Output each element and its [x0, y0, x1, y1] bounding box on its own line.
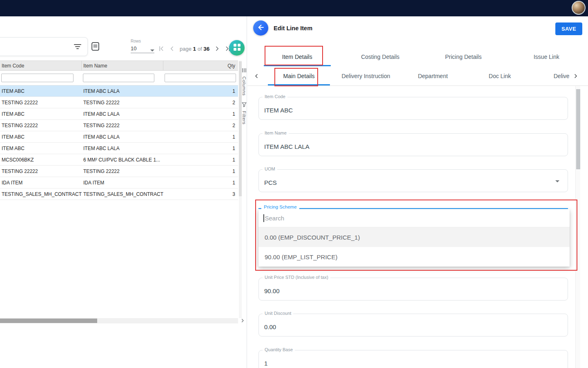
tabs-scroll-right-icon[interactable]: [569, 66, 582, 85]
tab-label: Pricing Details: [445, 54, 481, 60]
table-row[interactable]: ITEM ABC ITEM ABC LALA 1: [0, 85, 238, 97]
subtab-main-details[interactable]: Main Details: [265, 66, 332, 85]
tab-label: Issue Link: [534, 54, 559, 60]
cell-item-name: TESTING 22222: [82, 123, 163, 128]
column-header-qty[interactable]: Qty: [163, 61, 238, 70]
filter-input-item-name[interactable]: [83, 74, 154, 82]
cell-qty: 3: [163, 191, 238, 197]
scroll-right-arrow-icon[interactable]: [239, 317, 246, 324]
tab-issue-link[interactable]: Issue Link: [505, 47, 588, 66]
search-placeholder: Search: [265, 215, 285, 222]
subtab-department[interactable]: Department: [399, 66, 466, 85]
item-name-label: Item Name: [263, 130, 289, 135]
cell-item-name: TESTING_SALES_MH_CONTRACT: [82, 191, 163, 197]
total-pages-number: 36: [203, 46, 209, 52]
cell-item-name: ITEM ABC LALA: [82, 111, 163, 117]
cell-qty: 2: [163, 100, 238, 105]
item-name-field[interactable]: Item Name ITEM ABC LALA: [258, 133, 568, 156]
pricing-option[interactable]: 90.00 (EMP_LIST_PRICE): [258, 247, 570, 267]
horizontal-scrollbar-thumb[interactable]: [0, 319, 97, 323]
quantity-base-field[interactable]: Quantity Base 1: [258, 350, 568, 368]
cell-qty: 1: [163, 168, 238, 174]
filters-panel-toggle[interactable]: Filters: [241, 101, 247, 124]
table-row[interactable]: ITEM ABC ITEM ABC LALA 1: [0, 108, 238, 120]
tab-label: Main Details: [283, 73, 314, 79]
cell-qty: 1: [163, 157, 238, 163]
filter-input-qty[interactable]: [165, 74, 236, 82]
quick-search-box[interactable]: [0, 37, 88, 56]
table-row[interactable]: MCSC006BKZ 6 MM² CU/PVC BLACK CABLE 1...…: [0, 154, 238, 166]
columns-panel-toggle[interactable]: Columns: [241, 67, 247, 96]
filter-list-icon[interactable]: [74, 43, 82, 50]
form-scrollbar-thumb[interactable]: [576, 89, 580, 169]
cell-item-code: TESTING 22222: [0, 123, 82, 128]
cell-item-code: ITEM ABC: [0, 134, 82, 140]
apps-grid-icon: [234, 44, 241, 52]
current-page-number: 1: [193, 46, 196, 52]
subtab-doc-link[interactable]: Doc Link: [466, 66, 533, 85]
tab-label: Costing Details: [361, 54, 399, 60]
text-cursor: [263, 214, 264, 222]
table-row[interactable]: ITEM ABC ITEM ABC LALA 1: [0, 131, 238, 143]
cell-item-name: ITEM ABC LALA: [82, 88, 163, 94]
filter-input-item-code[interactable]: [1, 74, 74, 82]
cell-qty: 1: [163, 88, 238, 94]
chevron-down-icon: [150, 49, 154, 52]
table-row[interactable]: TESTING 22222 TESTING 22222 2: [0, 120, 238, 131]
previous-page-button[interactable]: [167, 43, 176, 54]
form-vertical-scrollbar[interactable]: [575, 86, 580, 368]
rows-per-page-select[interactable]: 10: [131, 45, 154, 53]
back-button[interactable]: [253, 20, 268, 36]
vertical-scrollbar[interactable]: [239, 61, 242, 318]
document-list-icon[interactable]: [91, 42, 100, 53]
table-row[interactable]: TESTING_SALES_MH_CONTRACT TESTING_SALES_…: [0, 188, 238, 200]
table-row[interactable]: TESTING 22222 TESTING 22222 1: [0, 166, 238, 177]
cell-item-code: TESTING 22222: [0, 100, 82, 105]
item-code-field[interactable]: Item Code ITEM ABC: [258, 97, 568, 120]
cell-item-name: TESTING 22222: [82, 100, 163, 105]
subtab-delivery-instruction[interactable]: Delivery Instruction: [332, 66, 399, 85]
save-button[interactable]: SAVE: [555, 22, 582, 35]
pricing-scheme-label: Pricing Scheme: [261, 204, 299, 209]
tab-label: Department: [418, 73, 448, 79]
tab-label: Doc Link: [489, 73, 511, 79]
edit-line-item-panel: Edit Line Item SAVE Item Details Costing…: [247, 16, 588, 368]
unit-price-std-field[interactable]: Unit Price STD (Inclusive of tax) 90.00: [258, 278, 568, 301]
column-filter-row: [0, 71, 238, 85]
item-code-value: ITEM ABC: [264, 107, 293, 114]
horizontal-scrollbar[interactable]: [0, 318, 238, 323]
filters-toggle-label: Filters: [242, 111, 247, 124]
user-avatar[interactable]: [572, 1, 586, 15]
next-page-button[interactable]: [213, 43, 222, 54]
column-header-item-name[interactable]: Item Name: [82, 61, 163, 70]
cell-item-code: IDA ITEM: [0, 180, 82, 186]
pricing-option[interactable]: 0.00 (EMP_DISCOUNT_PRICE_1): [258, 227, 570, 247]
chevron-down-icon: [555, 180, 559, 182]
tab-pricing-details[interactable]: Pricing Details: [422, 47, 505, 66]
tab-costing-details[interactable]: Costing Details: [339, 47, 422, 66]
pricing-options: 0.00 (EMP_DISCOUNT_PRICE_1)90.00 (EMP_LI…: [258, 227, 570, 267]
page-title: Edit Line Item: [274, 25, 312, 31]
cell-qty: 1: [163, 180, 238, 186]
column-header-item-code[interactable]: Item Code: [0, 61, 82, 70]
tab-label: Item Details: [282, 54, 312, 60]
pricing-scheme-search-input[interactable]: Search: [258, 209, 570, 227]
uom-select-field[interactable]: UOM PCS: [258, 169, 568, 192]
table-row[interactable]: IDA ITEM IDA ITEM 1: [0, 177, 238, 188]
unit-discount-label: Unit Discount: [263, 311, 293, 316]
table-row[interactable]: TESTING 22222 TESTING 22222 2: [0, 97, 238, 108]
rows-per-page-control: Rows 10: [131, 39, 154, 53]
tabs-scroll-left-icon[interactable]: [247, 66, 265, 85]
first-page-button[interactable]: [157, 43, 166, 54]
grid-view-button[interactable]: [229, 40, 245, 56]
tab-label: Delivery Instruction: [341, 73, 390, 79]
tab-item-details[interactable]: Item Details: [256, 47, 339, 66]
item-code-label: Item Code: [263, 94, 287, 99]
table-row[interactable]: ITEM ABC ITEM ABC LALA 1: [0, 143, 238, 154]
cell-item-code: TESTING_SALES_MH_CONTRACT: [0, 191, 82, 197]
columns-toggle-label: Columns: [242, 76, 247, 96]
cell-item-code: ITEM ABC: [0, 146, 82, 151]
pagination: page 1 of 36: [157, 43, 232, 55]
main-details-form: Item Code ITEM ABC Item Name ITEM ABC LA…: [258, 86, 568, 368]
unit-discount-field[interactable]: Unit Discount 0.00: [258, 314, 568, 337]
